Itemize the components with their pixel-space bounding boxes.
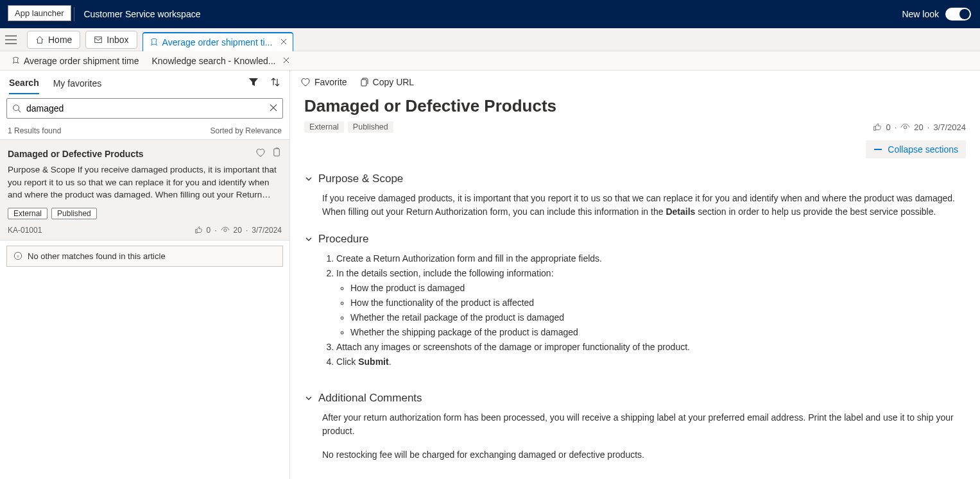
list-item: Click Submit. (336, 355, 966, 369)
inbox-icon (94, 35, 103, 44)
svg-rect-21 (274, 149, 279, 156)
home-icon (35, 35, 44, 44)
collapse-label: Collapse sections (888, 144, 958, 155)
app-tab-knowledge-label: Knowledge search - Knowled... (152, 56, 276, 66)
close-icon[interactable] (280, 37, 288, 47)
new-look-toggle[interactable] (945, 8, 971, 21)
popout-icon[interactable] (272, 147, 282, 160)
tab-my-favorites[interactable]: My favorites (53, 78, 101, 94)
section-additional-body: After your return authorization form has… (322, 411, 966, 462)
hamburger-menu[interactable] (5, 35, 17, 44)
copy-url-button[interactable]: Copy URL (359, 77, 415, 87)
list-item: Create a Return Authorization form and f… (336, 252, 966, 265)
chevron-down-icon (304, 235, 313, 244)
tab-search[interactable]: Search (9, 78, 39, 94)
result-title: Damaged or Defective Products (8, 149, 144, 159)
workspace-name: Customer Service workspace (83, 9, 200, 19)
result-date: 3/7/2024 (252, 226, 282, 235)
article-views: 20 (914, 122, 923, 132)
sort-icon[interactable] (270, 77, 280, 89)
section-additional-header[interactable]: Additional Comments (304, 392, 966, 405)
collapse-sections-button[interactable]: Collapse sections (866, 140, 966, 158)
list-item: How the product is damaged (350, 282, 966, 295)
chip-published: Published (51, 208, 97, 219)
favorite-label: Favorite (314, 77, 347, 87)
session-tab-row: Home Inbox Average order shipment ti... (0, 28, 980, 51)
like-icon (873, 122, 882, 131)
results-count: 1 Results found (8, 126, 61, 135)
section-purpose-body: If you receive damaged products, it is i… (322, 192, 966, 219)
svg-line-18 (19, 110, 21, 113)
app-tab-case-label: Average order shipment time (24, 56, 139, 66)
result-snippet: Purpose & Scope If you receive damaged p… (8, 164, 282, 201)
copy-url-label: Copy URL (373, 77, 415, 87)
result-id: KA-01001 (8, 226, 42, 235)
list-item: Whether the shipping package of the prod… (350, 326, 966, 339)
chip-external: External (8, 208, 47, 219)
clear-search-icon[interactable] (270, 103, 277, 113)
app-tab-case[interactable]: Average order shipment time (5, 51, 146, 70)
favorite-icon[interactable] (255, 147, 266, 160)
list-item: In the details section, include the foll… (336, 267, 966, 339)
svg-rect-12 (95, 37, 102, 42)
top-bar: App launcher ics 365 Customer Service wo… (0, 0, 980, 28)
top-bar-sep (74, 7, 74, 21)
favorite-button[interactable]: Favorite (300, 77, 347, 87)
section-purpose-title: Purpose & Scope (318, 172, 403, 185)
article-chip-published: Published (348, 121, 393, 133)
svg-rect-26 (361, 80, 366, 86)
home-tab[interactable]: Home (27, 31, 80, 49)
info-icon (13, 251, 22, 260)
section-procedure-title: Procedure (318, 233, 368, 246)
result-views: 20 (234, 226, 242, 235)
article-chip-external: External (304, 121, 344, 133)
session-tab-label: Average order shipment ti... (162, 37, 273, 47)
close-icon[interactable] (282, 56, 290, 66)
inbox-tab[interactable]: Inbox (85, 31, 137, 49)
new-look-label: New look (902, 9, 939, 19)
article-toolbar: Favorite Copy URL (290, 71, 980, 94)
app-launcher-tooltip: App launcher (8, 5, 71, 21)
copy-icon (359, 77, 369, 87)
no-matches-banner: No other matches found in this article (6, 246, 283, 267)
session-tab-active[interactable]: Average order shipment ti... (142, 32, 294, 51)
filter-icon[interactable] (248, 77, 259, 89)
section-additional-title: Additional Comments (318, 392, 422, 405)
article-likes: 0 (886, 122, 890, 132)
conversation-icon (150, 38, 159, 47)
search-icon (12, 104, 21, 113)
list-item: How the functionality of the product is … (350, 296, 966, 310)
main-area: Search My favorites 1 Results found (0, 71, 980, 479)
svg-point-22 (223, 229, 226, 231)
heart-icon (300, 77, 311, 87)
knowledge-search-panel: Search My favorites 1 Results found (0, 71, 290, 479)
search-input-wrapper (6, 98, 283, 119)
section-procedure-header[interactable]: Procedure (304, 233, 966, 246)
search-input[interactable] (26, 103, 264, 113)
article-title: Damaged or Defective Products (304, 96, 966, 116)
view-icon (221, 226, 230, 235)
result-likes: 0 (207, 226, 211, 235)
chevron-down-icon (304, 394, 313, 403)
app-tab-row: Average order shipment time Knowledge se… (0, 51, 980, 71)
view-icon (900, 122, 910, 132)
search-result-item[interactable]: Damaged or Defective Products Purpose & … (0, 139, 289, 240)
article-date: 3/7/2024 (933, 122, 966, 132)
section-purpose-header[interactable]: Purpose & Scope (304, 172, 966, 185)
list-item: Attach any images or screenshots of the … (336, 340, 966, 354)
like-icon (194, 226, 203, 234)
home-tab-label: Home (48, 35, 72, 45)
no-matches-text: No other matches found in this article (28, 251, 166, 261)
list-item: Whether the retail package of the produc… (350, 311, 966, 324)
app-tab-knowledge-search[interactable]: Knowledge search - Knowled... (146, 51, 297, 70)
svg-point-17 (13, 105, 19, 111)
conversation-icon (12, 56, 20, 65)
sorted-by-label: Sorted by Relevance (211, 126, 282, 135)
chevron-down-icon (304, 174, 313, 183)
inbox-tab-label: Inbox (107, 35, 128, 45)
section-procedure-body: Create a Return Authorization form and f… (322, 252, 966, 369)
svg-point-27 (904, 126, 907, 129)
article-panel: Favorite Copy URL Damaged or Defective P… (290, 71, 980, 479)
minus-icon (873, 145, 882, 154)
